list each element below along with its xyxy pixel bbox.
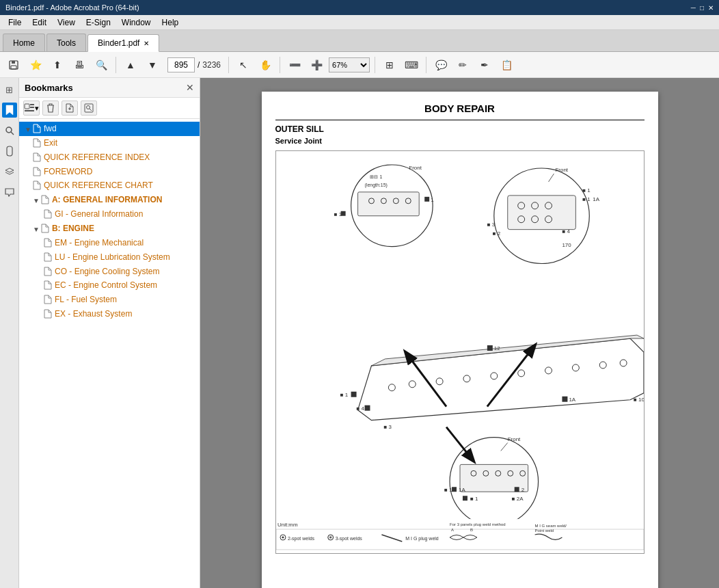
share-button[interactable]: ⬆: [48, 55, 67, 75]
menu-edit[interactable]: Edit: [27, 16, 52, 29]
attachment-panel-icon[interactable]: [2, 144, 17, 159]
pen-button[interactable]: ✏: [453, 55, 472, 75]
sidebar-collapse-button[interactable]: ◀: [200, 319, 200, 347]
svg-text:Front: Front: [409, 165, 422, 171]
bookmark-fl-label: FL - Fuel System: [55, 294, 117, 306]
titlebar-controls: ─ □ ✕: [691, 4, 714, 12]
select-tool[interactable]: ↖: [234, 55, 253, 75]
bookmark-exit-label: Exit: [44, 137, 57, 149]
bookmark-fwd[interactable]: ▼ fwd: [19, 122, 200, 136]
left-panel: ⊞: [0, 78, 19, 588]
zoom-in-button[interactable]: ➕: [307, 55, 326, 75]
bookmark-em[interactable]: EM - Engine Mechanical: [19, 236, 200, 250]
stamp-button[interactable]: 📋: [497, 55, 516, 75]
bookmark-lu[interactable]: LU - Engine Lubrication System: [19, 250, 200, 265]
sidebar-new-btn[interactable]: [62, 101, 78, 116]
svg-line-4: [11, 132, 14, 135]
sidebar-toolbar: ▾: [19, 98, 200, 119]
sidebar-find-btn[interactable]: [81, 101, 97, 116]
bookmark-foreword[interactable]: FOREWORD: [19, 165, 200, 179]
bookmark-add-button[interactable]: ⭐: [26, 55, 45, 75]
expand-a-general[interactable]: ▼: [33, 196, 40, 206]
svg-text:1A: 1A: [569, 397, 575, 403]
svg-text:2: 2: [521, 487, 524, 493]
svg-rect-58: [424, 197, 429, 202]
tab-close-icon[interactable]: ✕: [144, 40, 149, 47]
hand-tool[interactable]: ✋: [256, 55, 275, 75]
comments-panel-icon[interactable]: [2, 185, 17, 200]
svg-text:■ 4: ■ 4: [562, 228, 570, 235]
svg-text:A: A: [451, 528, 454, 532]
titlebar-text: Binder1.pdf - Adobe Acrobat Pro (64-bit): [5, 3, 139, 12]
expand-fwd[interactable]: ▼: [25, 125, 31, 135]
pdf-content[interactable]: BODY REPAIR OUTER SILL Service Joint: [200, 78, 719, 588]
zoom-select[interactable]: 50% 67% 75% 100% 125% 150%: [329, 57, 370, 72]
bookmark-ex[interactable]: EX - Exhaust System: [19, 307, 200, 321]
svg-point-10: [87, 106, 90, 109]
expand-b-engine[interactable]: ▼: [33, 225, 40, 235]
bookmark-fwd-label: fwd: [44, 123, 57, 135]
svg-rect-71: [452, 487, 457, 492]
svg-text:■ 2A: ■ 2A: [511, 496, 523, 502]
toolbar-sep4: [375, 57, 375, 73]
save-button[interactable]: [4, 55, 23, 75]
tab-binder[interactable]: Binder1.pdf ✕: [87, 34, 159, 52]
svg-text:Unit:mm: Unit:mm: [277, 522, 297, 528]
svg-text:■ 3: ■ 3: [383, 424, 392, 430]
sidebar-delete-btn[interactable]: [42, 101, 59, 116]
bookmark-gi-label: GI - General Information: [55, 209, 143, 220]
svg-rect-22: [487, 345, 492, 351]
sub-title: Service Joint: [275, 137, 645, 145]
bookmark-b-engine[interactable]: ▼ B: ENGINE: [19, 222, 200, 236]
keyboard-button[interactable]: ⌨: [402, 55, 421, 75]
svg-text:■ 1: ■ 1: [444, 487, 452, 493]
svg-text:Point weld: Point weld: [534, 529, 554, 533]
bookmark-panel-icon[interactable]: [2, 103, 17, 118]
tab-tools[interactable]: Tools: [46, 34, 86, 51]
prev-page-button[interactable]: ▲: [121, 55, 140, 75]
bookmark-a-general[interactable]: ▼ A: GENERAL INFORMATION: [19, 193, 200, 207]
page-input[interactable]: [167, 57, 195, 72]
bookmark-gi[interactable]: GI - General Information: [19, 207, 200, 222]
tab-home[interactable]: Home: [3, 34, 45, 51]
search-button[interactable]: 🔍: [92, 55, 111, 75]
thumbnail-panel-icon[interactable]: ⊞: [2, 82, 17, 97]
comment-button[interactable]: 💬: [431, 55, 450, 75]
bookmark-ec[interactable]: EC - Engine Control System: [19, 278, 200, 293]
tabbar: Home Tools Binder1.pdf ✕: [0, 30, 719, 52]
svg-rect-8: [25, 110, 34, 111]
maximize-btn[interactable]: □: [700, 4, 704, 12]
minimize-btn[interactable]: ─: [691, 4, 696, 12]
toolbar-sep5: [426, 57, 426, 73]
svg-rect-28: [364, 405, 370, 411]
draw-button[interactable]: ✒: [475, 55, 494, 75]
svg-rect-26: [351, 392, 356, 397]
menu-help[interactable]: Help: [157, 16, 185, 29]
menu-window[interactable]: Window: [116, 16, 157, 29]
next-page-button[interactable]: ▼: [143, 55, 162, 75]
fit-button[interactable]: ⊞: [380, 55, 399, 75]
bookmark-quick-ref-index[interactable]: QUICK REFERENCE INDEX: [19, 150, 200, 165]
bookmark-co[interactable]: CO - Engine Cooling System: [19, 265, 200, 279]
svg-rect-9: [85, 104, 93, 112]
svg-text:M I G plug weld: M I G plug weld: [405, 536, 439, 542]
svg-text:■ 1: ■ 1: [470, 496, 478, 502]
sidebar-options-btn[interactable]: ▾: [23, 101, 40, 116]
search-panel-icon[interactable]: [2, 123, 17, 138]
sidebar-close-button[interactable]: ✕: [186, 82, 194, 93]
svg-rect-6: [30, 104, 34, 105]
bookmark-fl[interactable]: FL - Fuel System: [19, 293, 200, 307]
svg-text:■ 3: ■ 3: [487, 222, 495, 228]
menu-view[interactable]: View: [52, 16, 81, 29]
print-button[interactable]: 🖶: [70, 55, 89, 75]
zoom-out-button[interactable]: ➖: [285, 55, 304, 75]
titlebar: Binder1.pdf - Adobe Acrobat Pro (64-bit)…: [0, 0, 719, 15]
bookmark-exit[interactable]: Exit: [19, 136, 200, 150]
close-btn[interactable]: ✕: [708, 4, 714, 12]
bookmark-quick-ref-chart[interactable]: QUICK REFERENCE CHART: [19, 178, 200, 193]
menu-file[interactable]: File: [3, 16, 27, 29]
layers-panel-icon[interactable]: [2, 164, 17, 179]
svg-text:■ 1: ■ 1: [340, 392, 348, 398]
menubar: File Edit View E-Sign Window Help: [0, 15, 719, 30]
menu-esign[interactable]: E-Sign: [81, 16, 116, 29]
